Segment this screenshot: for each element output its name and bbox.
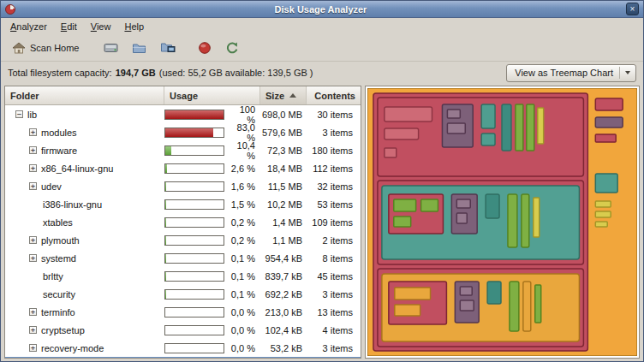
titlebar[interactable]: Disk Usage Analyzer × [1, 1, 643, 18]
treemap-rect[interactable] [595, 117, 623, 128]
table-row[interactable]: −lib100 %698,0 MB30 items [5, 105, 361, 123]
treemap-rect[interactable] [508, 194, 517, 247]
treemap-rect[interactable] [385, 148, 397, 157]
contents-cell: 3 items [307, 343, 361, 353]
treemap-rect[interactable] [394, 199, 416, 211]
treemap-chart[interactable] [367, 88, 637, 356]
scan-home-label: Scan Home [30, 43, 79, 53]
usage-bar [164, 110, 224, 120]
treemap-rect[interactable] [516, 104, 523, 151]
table-row[interactable]: +recovery-mode0,0 %53,2 kB3 items [5, 339, 361, 357]
treemap-rect[interactable] [394, 217, 411, 227]
menu-edit[interactable]: Edit [54, 20, 84, 33]
table-row[interactable]: +plymouth0,2 %1,1 MB2 items [5, 231, 361, 249]
table-row[interactable]: i386-linux-gnu1,5 %10,2 MB53 items [5, 195, 361, 213]
treemap-rect[interactable] [595, 174, 617, 193]
scan-filesystem-button[interactable] [100, 39, 122, 56]
partially-visible-selected-row[interactable] [5, 357, 361, 359]
treemap-rect[interactable] [481, 134, 495, 145]
table-row[interactable]: brltty0,1 %839,7 kB45 items [5, 267, 361, 285]
treemap-rect[interactable] [460, 300, 474, 311]
menu-view[interactable]: View [84, 20, 118, 33]
menu-help[interactable]: Help [117, 20, 151, 33]
refresh-button[interactable] [222, 39, 242, 57]
table-row[interactable]: +modules83,0 %579,6 MB3 items [5, 123, 361, 141]
expand-expander-icon[interactable]: + [29, 344, 37, 352]
column-header-usage[interactable]: Usage [164, 86, 260, 104]
treemap-rect[interactable] [385, 128, 419, 139]
expand-expander-icon[interactable]: + [29, 164, 37, 172]
treemap-rect[interactable] [595, 134, 616, 142]
usage-cell: 1,6 % [164, 181, 260, 192]
main-area: Folder Usage Size Contents −lib100 %698,… [1, 84, 643, 362]
folder-name: plymouth [41, 235, 80, 246]
usage-cell: 1,5 % [164, 199, 260, 210]
stop-button[interactable] [194, 39, 215, 57]
treemap-rect[interactable] [456, 213, 467, 223]
table-row[interactable]: +firmware10,4 %72,3 MB180 items [5, 141, 361, 159]
usage-percent: 0,2 % [229, 235, 260, 246]
expand-expander-icon[interactable]: + [29, 308, 37, 316]
treemap-rect[interactable] [595, 211, 611, 217]
expand-expander-icon[interactable]: + [29, 326, 37, 334]
table-row[interactable]: +systemd0,1 %954,4 kB8 items [5, 249, 361, 267]
treemap-rect[interactable] [487, 282, 501, 304]
treemap-rect[interactable] [395, 288, 431, 300]
expand-expander-icon[interactable]: + [29, 128, 37, 136]
folder-cell: −lib [5, 110, 164, 120]
treemap-rect[interactable] [535, 285, 541, 323]
treemap-rect[interactable] [527, 104, 534, 151]
scan-home-button[interactable]: Scan Home [6, 39, 85, 56]
expand-expander-icon[interactable]: + [29, 254, 37, 262]
capacity-total: 194,7 GB [116, 68, 156, 78]
collapse-expander-icon[interactable]: − [15, 110, 23, 118]
treemap-rect[interactable] [395, 305, 420, 316]
treemap-rect[interactable] [595, 201, 611, 207]
usage-percent: 10,4 % [229, 140, 260, 161]
table-body: −lib100 %698,0 MB30 items+modules83,0 %5… [5, 105, 361, 357]
table-row[interactable]: xtables0,2 %1,4 MB109 items [5, 213, 361, 231]
usage-bar [164, 325, 224, 335]
folder-cell: +plymouth [5, 235, 164, 246]
treemap-rect[interactable] [481, 104, 495, 128]
table-row[interactable]: +udev1,6 %11,5 MB32 items [5, 177, 361, 195]
expand-expander-icon[interactable]: + [29, 146, 37, 154]
table-row[interactable]: +terminfo0,0 %213,0 kB13 items [5, 303, 361, 321]
column-header-contents[interactable]: Contents [307, 86, 361, 104]
treemap-rect[interactable] [534, 198, 540, 237]
capacity-detail: (used: 55,2 GB available: 139,5 GB ) [159, 68, 313, 78]
table-row[interactable]: +x86_64-linux-gnu2,6 %18,4 MB112 items [5, 159, 361, 177]
folder-tree-panel: Folder Usage Size Contents −lib100 %698,… [4, 86, 361, 359]
view-mode-dropdown[interactable]: View as Treemap Chart [506, 64, 636, 82]
treemap-rect[interactable] [538, 108, 544, 144]
usage-bar-fill [165, 254, 166, 263]
column-header-folder[interactable]: Folder [5, 86, 164, 104]
treemap-rect[interactable] [447, 123, 465, 134]
treemap-rect[interactable] [447, 110, 460, 118]
treemap-rect[interactable] [510, 282, 519, 331]
scan-remote-folder-button[interactable] [157, 39, 179, 56]
table-row[interactable]: security0,1 %692,2 kB3 items [5, 285, 361, 303]
size-cell: 213,0 kB [260, 307, 307, 317]
treemap-rect[interactable] [460, 287, 472, 295]
treemap-rect[interactable] [502, 104, 511, 151]
expand-expander-icon[interactable]: + [29, 182, 37, 190]
table-row[interactable]: +cryptsetup0,0 %102,4 kB4 items [5, 321, 361, 339]
column-header-size[interactable]: Size [260, 86, 307, 104]
scan-folder-button[interactable] [128, 39, 150, 56]
expand-expander-icon[interactable]: + [29, 236, 37, 244]
treemap-rect[interactable] [385, 107, 432, 122]
usage-percent: 0,0 % [229, 325, 260, 335]
menu-analyzer[interactable]: Analyzer [3, 20, 54, 33]
close-window-button[interactable]: × [626, 3, 639, 15]
treemap-rect[interactable] [522, 194, 529, 247]
capacity-label: Total filesystem capacity: [8, 68, 112, 78]
treemap-rect[interactable] [486, 194, 499, 218]
home-icon [12, 42, 26, 54]
treemap-rect[interactable] [595, 98, 623, 110]
treemap-rect[interactable] [421, 199, 438, 211]
treemap-rect[interactable] [523, 282, 531, 331]
size-cell: 10,2 MB [260, 199, 307, 210]
treemap-rect[interactable] [595, 222, 607, 227]
treemap-rect[interactable] [456, 199, 470, 208]
